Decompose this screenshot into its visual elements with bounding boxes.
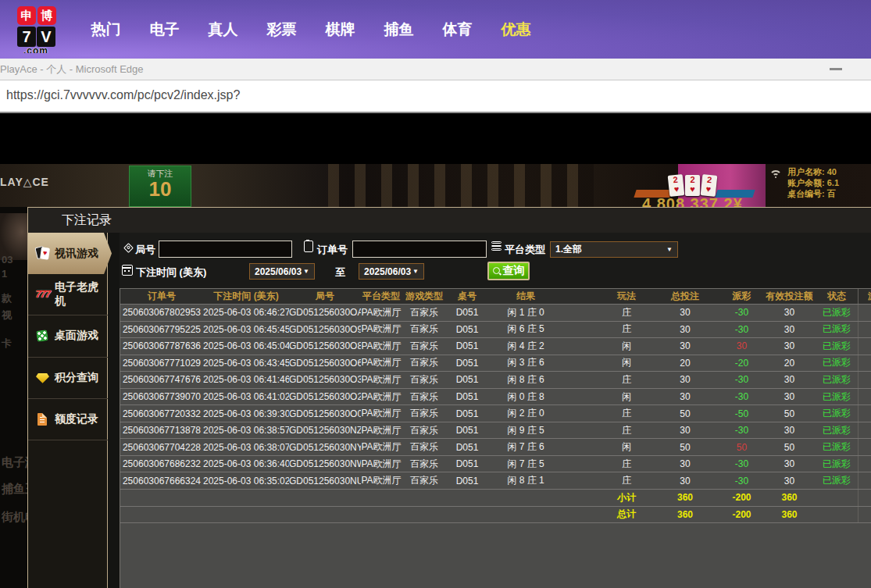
table-row: 2506030677710292025-06-03 06:43:45GD0512…	[120, 355, 871, 372]
cell-table-no: D051	[447, 358, 487, 369]
sidebar-item-points-query[interactable]: 积分查询	[28, 358, 108, 399]
date-from-value: 2025/06/03	[255, 266, 302, 277]
search-button[interactable]: 查询	[487, 262, 530, 280]
nav-item-fishing[interactable]: 捕鱼	[369, 20, 428, 40]
header-result: 结果	[487, 290, 564, 303]
dimmed-fragment: 捕鱼王	[2, 482, 27, 497]
cell-order: 250603067720332	[120, 408, 203, 419]
cell-total-bet: 30	[650, 425, 720, 436]
cell-play: 庄	[603, 458, 650, 471]
slot-777-icon: 777	[34, 287, 52, 302]
cell-table-no: D051	[447, 374, 487, 385]
table-row: 2506030676862322025-06-03 06:36:40GD0512…	[120, 456, 871, 473]
cell-play: 闲	[603, 340, 650, 353]
date-from-select[interactable]: 2025/06/03 ▼	[249, 263, 315, 280]
nav-item-slots[interactable]: 电子	[135, 20, 194, 40]
sidebar-item-slot-machine[interactable]: 777电子老虎机	[28, 274, 108, 315]
cell-game-type: 百家乐	[402, 407, 447, 420]
cell-status: 已派彩	[816, 323, 858, 336]
sidebar-item-video-games[interactable]: ♥视讯游戏	[28, 233, 112, 274]
date-to-select[interactable]: 2025/06/03 ▼	[359, 263, 424, 280]
cell-status: 已派彩	[816, 356, 858, 369]
wifi-icon	[769, 170, 784, 181]
total-row: 总计360-200360	[120, 507, 871, 524]
platform-type-select[interactable]: 1.全部 ▼	[550, 241, 678, 258]
cell-platform: PA欧洲厅	[361, 407, 402, 420]
cell-status: 已派彩	[816, 458, 858, 471]
cell-payout: 30	[720, 340, 763, 351]
minimize-icon[interactable]	[830, 68, 842, 70]
cell-game-start	[858, 439, 871, 455]
table-row: 2506030677138782025-06-03 06:38:57GD0512…	[120, 422, 871, 440]
cell-platform: PA欧洲厅	[361, 340, 402, 353]
nav-item-promo[interactable]: 优惠	[487, 20, 545, 40]
round-no-input[interactable]	[159, 241, 292, 258]
sidebar-item-label: 电子老虎机	[55, 280, 108, 308]
nav-item-hot[interactable]: 热门	[77, 20, 135, 40]
cell-result: 闲 7 庄 5	[487, 458, 564, 471]
cell-game-start	[858, 389, 871, 405]
cell-total-bet: 50	[650, 408, 720, 419]
cell-round: GD051256030NZ	[289, 425, 361, 436]
cell-play: 闲	[603, 356, 650, 369]
cell-round: GD051256030NU	[289, 476, 361, 486]
dealt-cards: 2 ♥2 ♥2 ♥	[669, 175, 716, 196]
modal-sidebar: ♥视讯游戏777电子老虎机桌面游戏积分查询额度记录	[28, 233, 108, 588]
header-platform: 平台类型	[361, 290, 402, 303]
nav-item-live[interactable]: 真人	[194, 20, 252, 40]
browser-urlbar[interactable]: https://gci.7vvvvvv.com/pc/pcv2/index.js…	[0, 80, 871, 113]
sidebar-item-table-games[interactable]: 桌面游戏	[28, 315, 108, 357]
sidebar-item-quota-records[interactable]: 额度记录	[28, 399, 108, 440]
cell-bet-time: 2025-06-03 06:41:46	[203, 374, 289, 385]
cell-order: 250603067747676	[120, 374, 203, 385]
header-order: 订单号	[120, 290, 203, 303]
cell-table-no: D051	[447, 425, 487, 436]
total-payout: -200	[720, 509, 763, 520]
nav-item-sports[interactable]: 体育	[428, 20, 487, 40]
nav-item-lottery[interactable]: 彩票	[252, 20, 311, 40]
order-no-label: 订单号	[317, 243, 348, 257]
table-row: 2506030676663242025-06-03 06:35:02GD0512…	[120, 472, 871, 490]
modal-titlebar: 下注记录	[28, 208, 871, 233]
bet-time-label: 下注时间 (美东)	[136, 265, 206, 280]
nav-item-chess[interactable]: 棋牌	[311, 20, 369, 40]
cell-play: 庄	[603, 323, 650, 336]
order-no-input[interactable]	[352, 241, 487, 258]
cell-valid-bet: 30	[763, 476, 816, 486]
table-row: 2506030677042282025-06-03 06:38:07GD0512…	[120, 439, 871, 456]
cell-order: 250603067739070	[120, 391, 203, 402]
bet-countdown-box: 请下注 10	[129, 166, 191, 207]
cell-game-start	[858, 305, 871, 321]
cell-game-start	[858, 355, 871, 372]
search-button-label: 查询	[503, 264, 525, 278]
cell-game-start	[858, 472, 871, 489]
cell-game-type: 百家乐	[402, 340, 447, 353]
cell-payout: -30	[720, 458, 763, 469]
cell-platform: PA欧洲厅	[361, 424, 402, 437]
cell-payout: -30	[720, 391, 763, 402]
cell-payout: -50	[720, 408, 763, 419]
cell-game-type: 百家乐	[402, 306, 447, 319]
modal-main: 局号 订单号 平台类型 1.全部 ▼ 下注时间 (美东) 2025/06/03 …	[120, 233, 871, 588]
cell-result: 闲 6 庄 5	[487, 323, 564, 336]
cell-table-no: D051	[447, 324, 487, 335]
header-play: 玩法	[603, 290, 650, 303]
gem-icon	[34, 370, 52, 386]
cell-result: 闲 2 庄 0	[487, 407, 564, 420]
logo-7: 7	[17, 27, 36, 47]
dimmed-fragment: 03	[2, 254, 12, 265]
cell-play: 庄	[603, 373, 650, 387]
cell-table-no: D051	[447, 458, 487, 469]
site-logo[interactable]: 申 博 7 V .com	[17, 6, 64, 58]
cell-bet-time: 2025-06-03 06:39:30	[203, 408, 289, 419]
cell-bet-time: 2025-06-03 06:38:07	[203, 442, 289, 453]
cell-table-no: D051	[447, 391, 487, 402]
cell-table-no: D051	[447, 408, 487, 419]
sidebar-item-label: 额度记录	[55, 412, 98, 426]
platform-type-label: 平台类型	[505, 243, 545, 257]
dimmed-fragment: 1	[2, 268, 7, 280]
cell-valid-bet: 30	[763, 458, 816, 469]
cell-order: 250603067771029	[120, 358, 203, 369]
cell-valid-bet: 30	[763, 324, 816, 335]
browser-titlebar: PlayAce - 个人 - Microsoft Edge	[0, 59, 871, 80]
